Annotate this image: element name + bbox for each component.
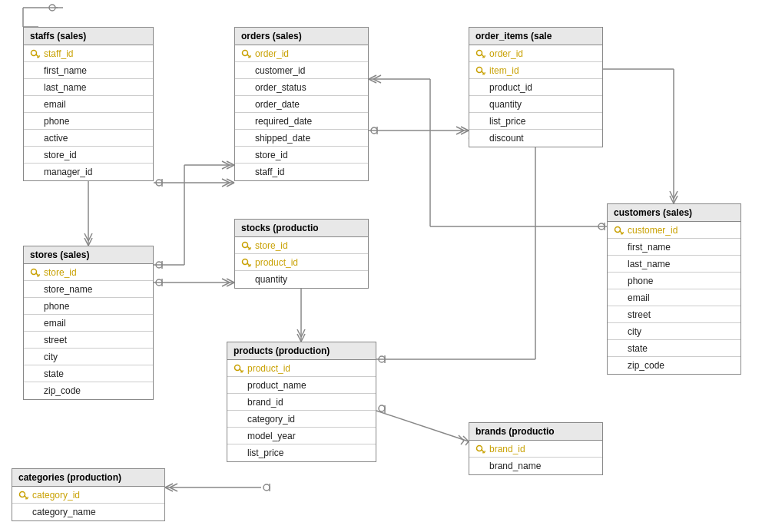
field-store_id: store_id xyxy=(255,150,288,160)
svg-line-37 xyxy=(301,334,305,342)
table-row: list_price xyxy=(469,113,602,130)
table-row: city xyxy=(608,323,740,340)
table-row: phone xyxy=(608,273,740,289)
svg-line-30 xyxy=(227,283,234,286)
svg-line-78 xyxy=(459,435,464,441)
table-row: brand_name xyxy=(469,458,602,474)
field-email: email xyxy=(628,292,650,303)
svg-point-87 xyxy=(263,484,270,491)
table-row: phone xyxy=(24,113,153,130)
table-order_items: order_items (sale order_id item_idproduc… xyxy=(469,27,603,147)
svg-point-56 xyxy=(598,223,605,230)
table-orders-header: orders (sales) xyxy=(235,28,368,45)
svg-line-55 xyxy=(373,79,381,83)
primary-key-icon xyxy=(30,267,41,278)
svg-point-19 xyxy=(156,262,162,268)
svg-line-76 xyxy=(463,436,469,441)
table-row: quantity xyxy=(469,96,602,113)
field-product_name: product_name xyxy=(247,380,306,391)
table-row: list_price xyxy=(227,444,376,461)
field-first_name: first_name xyxy=(628,242,671,253)
field-active: active xyxy=(44,133,68,144)
field-item_id: item_id xyxy=(489,65,519,76)
table-row: required_date xyxy=(235,113,368,130)
table-row: street xyxy=(24,332,153,349)
svg-line-63 xyxy=(674,191,678,199)
table-row: product_id xyxy=(235,254,368,271)
table-staffs-header: staffs (sales) xyxy=(24,28,153,45)
table-staffs: staffs (sales) staff_idfirst_namelast_na… xyxy=(23,27,154,181)
table-row: order_status xyxy=(235,79,368,96)
erd-diagram: staffs (sales) staff_idfirst_namelast_na… xyxy=(0,0,762,532)
table-row: city xyxy=(24,349,153,365)
table-row: email xyxy=(608,289,740,306)
primary-key-icon xyxy=(241,240,252,251)
svg-line-75 xyxy=(376,411,469,441)
table-row: last_name xyxy=(24,79,153,96)
svg-point-33 xyxy=(156,279,162,286)
table-categories: categories (production) category_idcateg… xyxy=(12,468,165,521)
field-discount: discount xyxy=(489,133,524,144)
svg-line-31 xyxy=(222,279,230,283)
field-customer_id: customer_id xyxy=(628,225,678,236)
svg-line-45 xyxy=(456,127,464,131)
table-products: products (production) product_idproduct_… xyxy=(227,342,376,462)
table-row: staff_id xyxy=(235,164,368,180)
table-row: last_name xyxy=(608,256,740,273)
field-store_name: store_name xyxy=(44,284,92,295)
table-stocks: stocks (productio store_id product_idqua… xyxy=(234,219,369,289)
field-product_id: product_id xyxy=(255,257,298,268)
field-order_date: order_date xyxy=(255,99,300,110)
table-row: category_id xyxy=(227,411,376,428)
primary-key-icon xyxy=(475,48,486,59)
table-row: store_id xyxy=(24,264,153,281)
table-row: customer_id xyxy=(608,222,740,239)
table-categories-header: categories (production) xyxy=(12,469,164,487)
svg-point-73 xyxy=(379,356,385,362)
svg-line-85 xyxy=(170,484,177,487)
field-city: city xyxy=(628,326,641,337)
svg-line-16 xyxy=(227,165,234,169)
table-brands: brands (productio brand_idbrand_name xyxy=(469,422,603,475)
svg-line-8 xyxy=(222,179,230,183)
field-list_price: list_price xyxy=(247,448,283,458)
svg-line-53 xyxy=(369,79,376,83)
svg-line-39 xyxy=(301,329,305,337)
svg-line-62 xyxy=(670,191,674,199)
table-row: product_id xyxy=(469,79,602,96)
svg-point-47 xyxy=(371,127,377,134)
table-row: store_id xyxy=(235,147,368,164)
svg-line-36 xyxy=(297,334,301,342)
table-row: zip_code xyxy=(608,357,740,374)
field-street: street xyxy=(44,335,67,345)
table-orders: orders (sales) order_idcustomer_idorder_… xyxy=(234,27,369,181)
svg-point-10 xyxy=(156,180,162,186)
svg-line-29 xyxy=(227,279,234,283)
table-row: state xyxy=(24,365,153,382)
svg-point-80 xyxy=(379,405,385,411)
table-row: brand_id xyxy=(469,441,602,458)
field-store_id: store_id xyxy=(255,240,288,251)
field-last_name: last_name xyxy=(44,82,86,93)
table-brands-header: brands (productio xyxy=(469,423,602,441)
table-row: email xyxy=(24,315,153,332)
field-first_name: first_name xyxy=(44,65,87,76)
field-email: email xyxy=(44,318,66,329)
table-row: store_id xyxy=(235,237,368,254)
field-model_year: model_year xyxy=(247,431,296,441)
primary-key-icon xyxy=(241,48,252,59)
svg-line-24 xyxy=(84,233,88,241)
primary-key-icon xyxy=(475,65,486,76)
table-row: shipped_date xyxy=(235,130,368,147)
primary-key-icon xyxy=(18,490,29,501)
svg-line-9 xyxy=(222,183,230,187)
field-street: street xyxy=(628,309,651,320)
field-quantity: quantity xyxy=(489,99,522,110)
table-customers-header: customers (sales) xyxy=(608,204,740,222)
svg-line-79 xyxy=(461,441,464,444)
table-row: first_name xyxy=(608,239,740,256)
table-row: active xyxy=(24,130,153,147)
table-row: brand_id xyxy=(227,394,376,411)
table-row: first_name xyxy=(24,62,153,79)
table-row: product_name xyxy=(227,377,376,394)
